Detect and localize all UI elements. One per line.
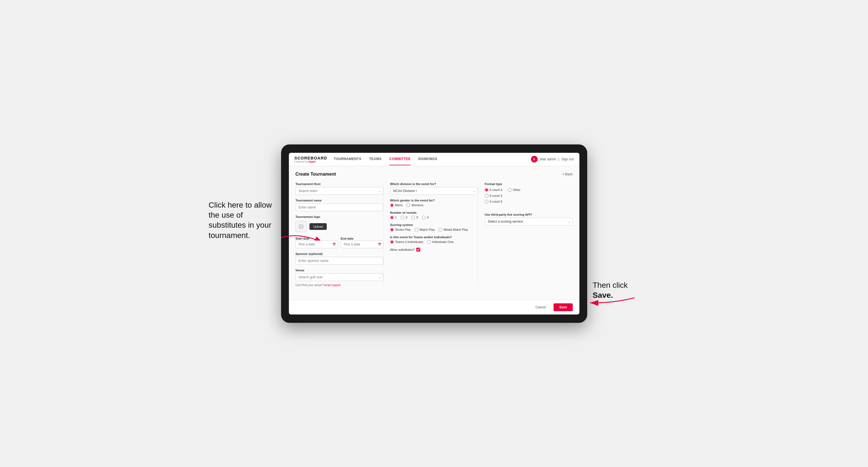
format-type-group: Format type 5 count 4 Other [485,182,573,204]
save-button[interactable]: Save [554,303,572,311]
rounds-2-label: 2 [406,216,407,219]
cancel-button[interactable]: Cancel [531,303,550,311]
scoring-medal-label: Medal Match Play [443,228,468,231]
gender-womens-radio[interactable] [406,204,410,207]
logo-clippd: clippd [308,160,316,163]
nav-item-teams[interactable]: TEAMS [369,153,381,165]
calendar-icon-end: 📅 [378,242,381,246]
sponsor-input[interactable] [296,257,383,265]
division-select-wrapper: NCAA Division I [390,187,478,195]
rounds-radio-group: 1 2 3 [390,216,478,219]
allow-substitutes-label: Allow substitutes? [390,248,415,251]
division-select[interactable]: NCAA Division I [390,187,478,195]
rounds-4-label: 4 [427,216,429,219]
back-link[interactable]: < Back [562,172,572,176]
format-5count4-label: 5 count 4 [490,188,502,191]
page-header: Create Tournament < Back [296,172,573,177]
tournament-host-input[interactable] [296,187,383,195]
nav-items: TOURNAMENTS TEAMS COMMITTEE RANKINGS [334,153,531,165]
sign-out-link[interactable]: Sign out [561,157,574,161]
allow-substitutes-row: Allow substitutes? [390,248,478,252]
nav-bar: SCOREBOARD Powered by clippd TOURNAMENTS… [289,153,580,166]
format-row-3: 6 count 5 [485,200,573,204]
nav-item-tournaments[interactable]: TOURNAMENTS [334,153,362,165]
rounds-label: Number of rounds [390,211,478,214]
arrow-right-icon [582,289,637,306]
scoring-match[interactable]: Match Play [415,228,435,231]
scoring-stroke-radio[interactable] [390,228,394,231]
tournament-name-input[interactable] [296,204,383,211]
calendar-icon-start: 📅 [332,242,336,246]
format-5count4-radio[interactable] [485,188,488,192]
scoring-service-select[interactable]: Select a scoring service [485,218,573,225]
gender-womens[interactable]: Womens [406,204,423,207]
sponsor-group: Sponsor (optional) [296,252,383,265]
nav-right: b blair admin | Sign out [531,156,574,162]
scoring-medal-match[interactable]: Medal Match Play [439,228,468,231]
event-teams-radio[interactable] [390,240,394,244]
rounds-3-label: 3 [416,216,418,219]
format-other[interactable]: Other [508,188,521,192]
event-type-radio-group: Teams (+Individuals) Individuals Only [390,240,478,244]
gender-radio-group: Mens Womens [390,204,478,207]
format-6count4-radio[interactable] [485,194,488,197]
user-name: blair admin [540,157,556,161]
rounds-4-radio[interactable] [422,216,426,219]
scoring-radio-group: Stroke Play Match Play Medal Match Play [390,228,478,231]
start-date-input[interactable] [296,241,338,248]
format-6count4-label: 6 count 4 [490,194,502,197]
end-date-input[interactable] [341,241,383,248]
rounds-3-radio[interactable] [411,216,415,219]
event-individuals[interactable]: Individuals Only [427,240,454,244]
allow-substitutes-group: Allow substitutes? [390,248,478,252]
nav-item-rankings[interactable]: RANKINGS [418,153,437,165]
event-teams[interactable]: Teams (+Individuals) [390,240,423,244]
venue-input[interactable] [296,273,383,281]
scoring-stroke-label: Stroke Play [395,228,411,231]
format-6count4[interactable]: 6 count 4 [485,194,502,197]
page-wrapper: Click here to allow the use of substitut… [281,145,587,323]
event-teams-label: Teams (+Individuals) [395,240,423,244]
event-individuals-radio[interactable] [427,240,431,244]
rounds-group: Number of rounds 1 2 [390,211,478,219]
event-individuals-label: Individuals Only [432,240,454,244]
rounds-1-radio[interactable] [390,216,394,219]
form-column-3: Format type 5 count 4 Other [485,182,573,287]
scoring-api-label: Use third-party live scoring API? [485,213,573,216]
scoring-stroke[interactable]: Stroke Play [390,228,411,231]
format-options: 5 count 4 Other [485,188,573,204]
rounds-4[interactable]: 4 [422,216,429,219]
allow-substitutes-checkbox[interactable] [416,248,420,252]
svg-point-3 [300,225,301,226]
scoring-api-group: Use third-party live scoring API? Select… [485,213,573,225]
format-5count4[interactable]: 5 count 4 [485,188,502,192]
format-6count5-radio[interactable] [485,200,488,204]
scoring-match-radio[interactable] [415,228,418,231]
tournament-logo-label: Tournament logo [296,215,383,218]
rounds-1[interactable]: 1 [390,216,397,219]
scoring-medal-radio[interactable] [439,228,442,231]
tournament-name-group: Tournament name [296,199,383,211]
gender-group: Which gender is the event for? Mens Wome… [390,199,478,207]
tournament-host-label: Tournament Host [296,182,383,186]
scoring-service-wrapper: Select a scoring service [485,218,573,225]
format-6count5-label: 6 count 5 [490,200,502,203]
gender-mens[interactable]: Mens [390,204,403,207]
venue-select-wrapper [296,273,383,281]
rounds-3[interactable]: 3 [411,216,418,219]
rounds-2[interactable]: 2 [401,216,407,219]
scoring-label: Scoring system [390,223,478,226]
logo: SCOREBOARD Powered by clippd [294,156,327,163]
end-date-group: End date 📅 [341,236,383,248]
format-type-label: Format type [485,182,573,186]
format-6count5[interactable]: 6 count 5 [485,200,502,204]
scoring-group: Scoring system Stroke Play Match Play [390,223,478,231]
gender-mens-radio[interactable] [390,204,394,207]
rounds-2-radio[interactable] [401,216,404,219]
upload-button[interactable]: Upload [309,223,327,230]
venue-email-link[interactable]: email support [324,284,341,287]
form-grid: Tournament Host Tournament name Tourname… [296,182,573,287]
format-other-radio[interactable] [508,188,512,192]
nav-item-committee[interactable]: COMMITTEE [389,153,411,165]
form-footer: Cancel Save [289,300,580,314]
